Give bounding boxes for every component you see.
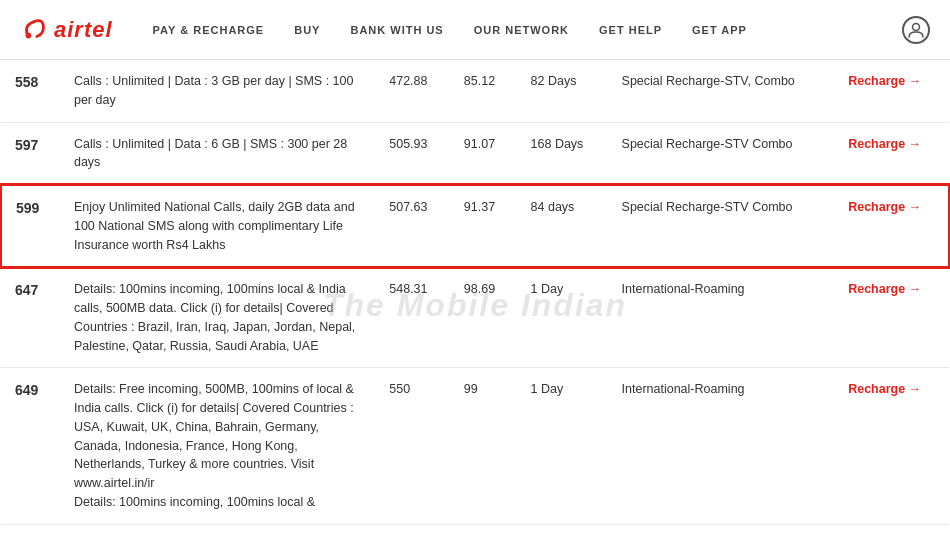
table-row: 599 Enjoy Unlimited National Calls, dail… (1, 185, 949, 267)
plan-extra: 98.69 (450, 267, 517, 368)
plan-validity: 1 Day (517, 267, 608, 368)
plan-validity: 84 days (517, 185, 608, 267)
main-content: The Mobile Indian 558 Calls : Unlimited … (0, 60, 950, 550)
plan-extra: 91.07 (450, 122, 517, 185)
plan-description: Enjoy Unlimited National Calls, daily 2G… (60, 185, 375, 267)
navbar: airtel PAY & RECHARGE BUY BANK WITH US O… (0, 0, 950, 60)
recharge-button[interactable]: Recharge → (848, 74, 921, 88)
recharge-button-cell[interactable]: Recharge → (834, 122, 949, 185)
plan-validity: 168 Days (517, 122, 608, 185)
plan-id: 649 (1, 368, 60, 524)
recharge-button-cell[interactable]: Recharge → (834, 267, 949, 368)
svg-point-1 (913, 23, 920, 30)
recharge-button[interactable]: Recharge → (848, 382, 921, 396)
plan-type: Special Recharge-STV Combo (608, 122, 835, 185)
plans-table-container[interactable]: 558 Calls : Unlimited | Data : 3 GB per … (0, 60, 950, 550)
table-row: 558 Calls : Unlimited | Data : 3 GB per … (1, 60, 949, 122)
plans-table: 558 Calls : Unlimited | Data : 3 GB per … (0, 60, 950, 525)
recharge-button[interactable]: Recharge → (848, 282, 921, 296)
plan-extra: 99 (450, 368, 517, 524)
plan-extra: 85.12 (450, 60, 517, 122)
recharge-button-cell[interactable]: Recharge → (834, 185, 949, 267)
plan-validity: 1 Day (517, 368, 608, 524)
plan-price: 472.88 (375, 60, 450, 122)
recharge-button-cell[interactable]: Recharge → (834, 60, 949, 122)
plan-description: Calls : Unlimited | Data : 3 GB per day … (60, 60, 375, 122)
plan-type: Special Recharge-STV, Combo (608, 60, 835, 122)
svg-point-0 (26, 32, 32, 38)
plan-price: 507.63 (375, 185, 450, 267)
recharge-button[interactable]: Recharge → (848, 137, 921, 151)
plan-description: Details: Free incoming, 500MB, 100mins o… (60, 368, 375, 524)
plan-type: International-Roaming (608, 267, 835, 368)
plan-validity: 82 Days (517, 60, 608, 122)
plan-id: 647 (1, 267, 60, 368)
table-row: 647 Details: 100mins incoming, 100mins l… (1, 267, 949, 368)
logo-text: airtel (54, 17, 113, 43)
nav-links: PAY & RECHARGE BUY BANK WITH US OUR NETW… (153, 24, 902, 36)
nav-our-network[interactable]: OUR NETWORK (474, 24, 569, 36)
plan-price: 548.31 (375, 267, 450, 368)
plan-type: Special Recharge-STV Combo (608, 185, 835, 267)
plan-id: 558 (1, 60, 60, 122)
nav-pay-recharge[interactable]: PAY & RECHARGE (153, 24, 265, 36)
plan-id: 599 (1, 185, 60, 267)
plan-price: 550 (375, 368, 450, 524)
logo[interactable]: airtel (20, 16, 113, 44)
user-svg (908, 22, 924, 38)
plan-id: 597 (1, 122, 60, 185)
table-row: 597 Calls : Unlimited | Data : 6 GB | SM… (1, 122, 949, 185)
plan-type: International-Roaming (608, 368, 835, 524)
recharge-button[interactable]: Recharge → (848, 200, 921, 214)
plan-extra: 91.37 (450, 185, 517, 267)
recharge-button-cell[interactable]: Recharge → (834, 368, 949, 524)
table-row: 649 Details: Free incoming, 500MB, 100mi… (1, 368, 949, 524)
nav-user-area (902, 16, 930, 44)
nav-bank-with-us[interactable]: BANK WITH US (350, 24, 443, 36)
airtel-logo-icon (20, 16, 48, 44)
nav-get-app[interactable]: GET APP (692, 24, 747, 36)
user-profile-icon[interactable] (902, 16, 930, 44)
nav-get-help[interactable]: GET HELP (599, 24, 662, 36)
plan-description: Details: 100mins incoming, 100mins local… (60, 267, 375, 368)
plan-description: Calls : Unlimited | Data : 6 GB | SMS : … (60, 122, 375, 185)
plan-price: 505.93 (375, 122, 450, 185)
nav-buy[interactable]: BUY (294, 24, 320, 36)
